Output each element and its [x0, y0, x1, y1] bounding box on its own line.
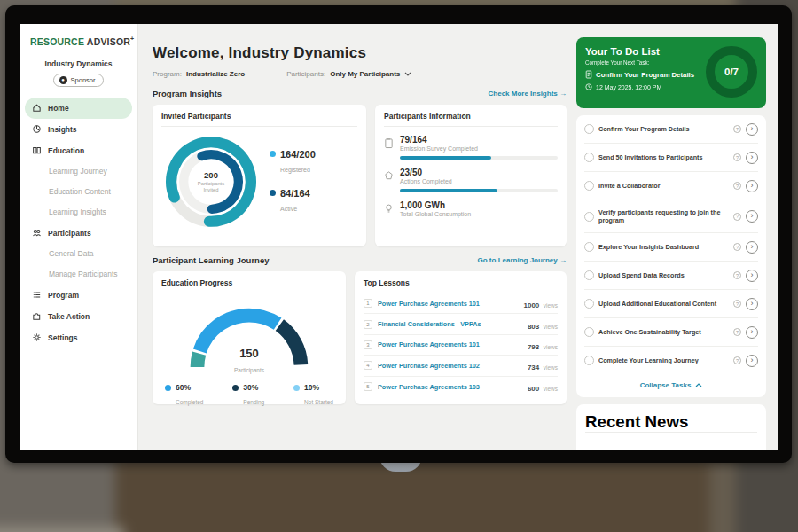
go-to-learning-journey-link[interactable]: Go to Learning Journey → — [478, 256, 567, 264]
task-checkbox[interactable] — [584, 299, 594, 309]
chevron-right-icon[interactable]: › — [746, 355, 758, 367]
chevron-right-icon[interactable]: › — [746, 241, 758, 254]
lesson-row: 1 Power Purchase Agreements 101 1000 vie… — [364, 293, 558, 314]
chevron-right-icon[interactable]: › — [746, 123, 758, 136]
donut-center-value: 200 — [204, 170, 218, 180]
sidebar-item-education[interactable]: Education — [25, 140, 132, 161]
task-row: Invite a Collaborator ? › — [584, 172, 758, 200]
task-checkbox[interactable] — [584, 270, 594, 280]
task-checkbox[interactable] — [584, 212, 594, 222]
card-title: Invited Participants — [161, 112, 357, 127]
survey-icon — [384, 135, 394, 160]
progress-bar-fill — [400, 189, 497, 192]
gauge-center-label: Participants — [234, 367, 264, 373]
legend-pending: 30%Pending — [232, 383, 264, 408]
lesson-link[interactable]: Power Purchase Agreements 101 — [378, 340, 522, 348]
sidebar-item-general-data[interactable]: General Data — [25, 244, 132, 264]
legend-not-started: 10%Not Started — [293, 383, 333, 408]
lesson-link[interactable]: Power Purchase Agreements 101 — [378, 300, 518, 308]
chevron-right-icon[interactable]: › — [746, 326, 758, 339]
sidebar-item-take-action[interactable]: Take Action — [25, 306, 132, 327]
progress-bar-track — [400, 189, 558, 192]
metric-consumption: 1,000 GWh Total Global Consumption — [384, 200, 558, 218]
todo-due-date: 12 May 2025, 12:00 PM — [585, 83, 700, 90]
chevron-right-icon[interactable]: › — [746, 210, 758, 223]
org-name: Industry Dynamics — [20, 59, 137, 68]
participants-filter-dropdown[interactable]: Participants: Only My Participants — [286, 70, 411, 78]
metric-emission-survey: 79/164 Emission Survey Completed — [384, 135, 558, 160]
task-row: Explore Your Insights Dashboard ? › — [584, 233, 758, 262]
chevron-right-icon[interactable]: › — [746, 298, 758, 310]
sidebar-item-education-content[interactable]: Education Content — [25, 182, 132, 202]
chevron-up-icon — [695, 383, 702, 387]
sidebar-item-learning-insights[interactable]: Learning Insights — [25, 202, 132, 223]
lesson-link[interactable]: Power Purchase Agreements 103 — [378, 383, 522, 391]
info-icon[interactable]: ? — [733, 153, 741, 161]
progress-bar-track — [400, 156, 558, 160]
participants-information-card: Participants Information 79/164 Emission… — [375, 105, 567, 246]
program-list-icon — [32, 290, 42, 300]
chevron-down-icon — [249, 72, 256, 76]
check-more-insights-link[interactable]: Check More Insights → — [489, 90, 567, 98]
sidebar-item-program[interactable]: Program — [25, 285, 132, 306]
lightbulb-icon — [384, 200, 394, 218]
legend-completed: 60%Completed — [165, 383, 203, 408]
take-action-icon — [32, 311, 42, 321]
invited-participants-card: Invited Participants 200 Partic — [153, 105, 366, 246]
task-checkbox[interactable] — [584, 327, 594, 337]
gauge-center-value: 150 — [183, 347, 316, 360]
card-title: Education Progress — [161, 278, 337, 293]
education-icon — [32, 145, 42, 155]
chevron-right-icon[interactable]: › — [746, 180, 758, 192]
sidebar-item-participants[interactable]: Participants — [25, 223, 132, 244]
info-icon[interactable]: ? — [733, 300, 741, 308]
task-checkbox[interactable] — [584, 356, 594, 365]
todo-panel: Your To Do List Complete Your Next Task:… — [576, 31, 766, 450]
progress-bar-fill — [400, 156, 491, 160]
lesson-row: 5 Power Purchase Agreements 103 600 view… — [364, 377, 558, 397]
legend-dot — [270, 190, 276, 196]
sponsor-icon: ● — [59, 76, 67, 84]
sidebar-item-home[interactable]: Home — [25, 98, 132, 119]
info-icon[interactable]: ? — [733, 243, 741, 251]
task-checkbox[interactable] — [584, 124, 594, 134]
legend-active: 84/164Active — [270, 188, 316, 215]
task-row: Verify participants requesting to join t… — [584, 200, 758, 233]
participants-icon — [32, 228, 42, 238]
home-icon — [32, 103, 42, 113]
lesson-row: 3 Power Purchase Agreements 101 793 view… — [364, 335, 558, 356]
task-row: Confirm Your Program Details ? › — [584, 115, 758, 144]
sidebar-item-settings[interactable]: Settings — [25, 327, 132, 348]
section-title-learning-journey: Participant Learning Journey — [153, 255, 269, 265]
chevron-right-icon[interactable]: › — [746, 152, 758, 164]
legend-dot — [232, 385, 239, 391]
todo-title: Your To Do List — [585, 46, 700, 57]
info-icon[interactable]: ? — [733, 271, 741, 279]
task-checkbox[interactable] — [584, 181, 594, 191]
lesson-link[interactable]: Financial Considerations - VPPAs — [378, 320, 522, 328]
sidebar-item-insights[interactable]: Insights — [25, 119, 132, 140]
lesson-link[interactable]: Power Purchase Agreements 102 — [378, 362, 522, 370]
invited-participants-donut-chart: 200 ParticipantsInvited — [161, 132, 261, 231]
arrow-right-icon: → — [559, 256, 567, 264]
info-icon[interactable]: ? — [733, 328, 741, 336]
task-checkbox[interactable] — [584, 242, 594, 252]
document-icon — [585, 70, 592, 79]
sponsor-badge[interactable]: ● Sponsor — [53, 74, 105, 87]
info-icon[interactable]: ? — [733, 356, 741, 364]
task-row: Complete Your Learning Journey ? › — [584, 347, 758, 374]
sidebar-item-manage-participants[interactable]: Manage Participants — [25, 264, 132, 285]
lesson-row: 2 Financial Considerations - VPPAs 803 v… — [364, 314, 558, 334]
todo-progress-ring: 0/7 — [706, 46, 757, 98]
info-icon[interactable]: ? — [733, 182, 741, 190]
app-screen: RESOURCE ADVISOR+ Industry Dynamics ● Sp… — [20, 24, 778, 450]
task-checkbox[interactable] — [584, 153, 594, 162]
page-title: Welcome, Industry Dynamics — [153, 44, 567, 62]
sidebar-item-learning-journey[interactable]: Learning Journey — [25, 161, 132, 182]
chevron-right-icon[interactable]: › — [746, 270, 758, 282]
info-icon[interactable]: ? — [733, 125, 741, 133]
program-filter-dropdown[interactable]: Program: Industrialize Zero — [153, 70, 256, 78]
collapse-tasks-link[interactable]: Collapse Tasks — [584, 374, 758, 397]
info-icon[interactable]: ? — [733, 213, 741, 221]
clock-icon — [585, 83, 592, 90]
